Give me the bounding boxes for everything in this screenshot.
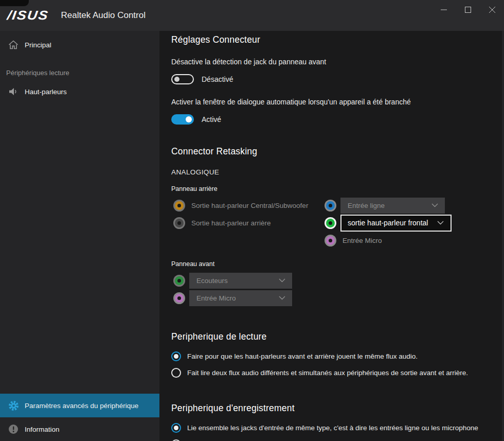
sidebar-spacer — [0, 103, 159, 394]
section-title-connector-retasking: Connector Retasking — [171, 146, 504, 157]
toggle-row-jack-detection: Désactivé — [171, 74, 504, 84]
info-icon — [8, 424, 19, 434]
chevron-down-icon — [279, 278, 285, 283]
sidebar-item-label: Haut-parleurs — [25, 88, 67, 96]
radio-label: Fait lire deux flux audio différents et … — [187, 369, 468, 377]
jack-icon-gray — [173, 217, 185, 229]
radio-label: Faire pour que les haut-parleurs avant e… — [187, 352, 418, 360]
section-title-playback: Peripherique de lecture — [171, 331, 504, 342]
jack-row-front-speaker-out: sortie haut-parleur frontal — [322, 214, 452, 232]
chevron-down-icon — [437, 221, 444, 225]
radio-selected-icon[interactable] — [171, 423, 181, 433]
front-panel-label: Panneau avant — [171, 260, 504, 268]
dropdown-value: sortie haut-parleur frontal — [348, 219, 437, 227]
minimize-button[interactable] — [431, 0, 456, 20]
front-panel-jacks: Ecouteurs Entrée Micro — [171, 272, 504, 307]
jack-row-line-in: Entrée ligne — [322, 197, 452, 214]
front-speaker-out-dropdown[interactable]: sortie haut-parleur frontal — [340, 215, 452, 232]
radio-dot — [174, 426, 178, 430]
front-mic-dropdown[interactable]: Entrée Micro — [189, 290, 292, 306]
window-corner-notch — [0, 0, 29, 6]
section-title-reglages-connecteur: Réglages Connecteur — [171, 34, 504, 45]
jack-label: Entrée Micro — [343, 237, 382, 244]
asus-logo: /ISUS — [6, 8, 50, 23]
sidebar-item-information[interactable]: Information — [0, 417, 159, 441]
radio-unselected-icon[interactable] — [171, 368, 181, 378]
headphones-dropdown[interactable]: Ecouteurs — [189, 273, 292, 289]
analog-subtitle: ANALOGIQUE — [171, 168, 504, 176]
sidebar-item-label: Principal — [25, 41, 51, 49]
jack-label: Sortie haut-parleur Central/Subwoofer — [191, 202, 308, 209]
jack-icon-blue — [325, 200, 336, 211]
app-title: Realtek Audio Control — [61, 10, 146, 21]
window-controls — [431, 0, 504, 20]
dropdown-value: Entrée Micro — [196, 294, 279, 302]
radio-label: Lie ensemble les jacks d'entrée de même … — [187, 424, 478, 432]
auto-dialog-toggle[interactable] — [171, 114, 194, 125]
jack-label: Sortie haut-parleur arrière — [191, 219, 271, 227]
jack-icon-green-front — [173, 275, 185, 287]
radio-dot — [174, 354, 178, 359]
toggle-label-auto-dialog: Activer la fenêtre de dialogue automatiq… — [171, 98, 504, 106]
jack-icon-pink — [325, 235, 336, 246]
radio-selected-icon[interactable] — [171, 351, 181, 361]
playback-option-two-streams[interactable]: Fait lire deux flux audio différents et … — [171, 366, 504, 379]
sidebar-item-parametres-avances[interactable]: Paramètres avancés du périphérique — [0, 394, 159, 417]
dropdown-value: Entrée ligne — [348, 202, 431, 209]
rear-panel-fixed-column: Sortie haut-parleur Central/Subwoofer So… — [171, 197, 322, 249]
recording-option-separate-jacks[interactable]: Sépare tous les jacks d'entrée comme des… — [171, 437, 504, 441]
sidebar-item-haut-parleurs[interactable]: Haut-parleurs — [0, 80, 159, 103]
chevron-down-icon — [431, 203, 438, 207]
toggle-knob — [174, 77, 179, 82]
close-button[interactable] — [480, 0, 504, 20]
jack-detection-toggle[interactable] — [171, 74, 194, 84]
line-in-dropdown[interactable]: Entrée ligne — [340, 198, 445, 214]
toggle-row-auto-dialog: Activé — [171, 114, 504, 125]
sidebar: Principal Périphériques lecture Haut-par… — [0, 31, 159, 441]
playback-option-same-stream[interactable]: Faire pour que les haut-parleurs avant e… — [171, 349, 504, 363]
sidebar-item-label: Information — [25, 426, 60, 433]
speaker-icon — [8, 87, 19, 96]
jack-icon-pink-front — [173, 292, 185, 304]
jack-icon-orange — [173, 200, 185, 211]
rear-panel-jacks: Sortie haut-parleur Central/Subwoofer So… — [171, 197, 504, 249]
sidebar-item-label: Paramètres avancés du périphérique — [25, 402, 138, 410]
sidebar-section-label: Périphériques lecture — [6, 69, 159, 77]
radio-unselected-icon[interactable] — [171, 439, 181, 441]
maximize-button[interactable] — [456, 0, 480, 20]
jack-icon-green — [325, 217, 336, 229]
jack-row-mic-in: Entrée Micro — [322, 232, 452, 249]
toggle-label-jack-detection: Désactive la détection de jack du pannea… — [171, 58, 504, 66]
toggle-state-label: Désactivé — [202, 75, 233, 83]
section-title-recording: Peripherique d'enregistrement — [171, 403, 504, 414]
recording-option-tie-jacks[interactable]: Lie ensemble les jacks d'entrée de même … — [171, 421, 504, 434]
chevron-down-icon — [279, 296, 285, 300]
dropdown-value: Ecouteurs — [196, 277, 279, 285]
home-icon — [8, 40, 19, 49]
rear-panel-retask-column: Entrée ligne sortie haut-parleur frontal — [322, 197, 452, 249]
jack-row-rear-speaker: Sortie haut-parleur arrière — [171, 214, 322, 232]
titlebar: /ISUS Realtek Audio Control — [0, 0, 504, 31]
jack-row-headphones: Ecouteurs — [171, 272, 504, 289]
gear-icon — [8, 400, 19, 411]
jack-row-front-mic: Entrée Micro — [171, 289, 504, 307]
sidebar-item-principal[interactable]: Principal — [0, 33, 159, 57]
scrollbar-track[interactable] — [502, 31, 504, 441]
toggle-state-label: Activé — [202, 115, 221, 124]
rear-panel-label: Panneau arrière — [171, 185, 504, 192]
main-content: Réglages Connecteur Désactive la détecti… — [159, 31, 504, 441]
jack-row-center-subwoofer: Sortie haut-parleur Central/Subwoofer — [171, 197, 322, 214]
toggle-knob — [186, 116, 192, 122]
